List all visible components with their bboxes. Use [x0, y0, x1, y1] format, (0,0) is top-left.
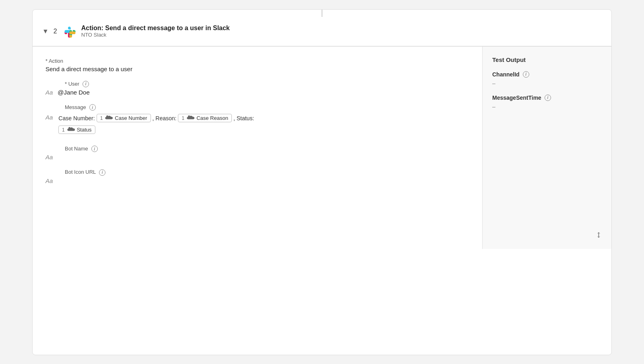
bot-icon-url-value-row: Aa	[45, 177, 469, 184]
status-token-label: Status	[77, 127, 92, 133]
bot-icon-url-field-section: Bot Icon URL i Aa	[45, 169, 469, 184]
main-panel: * Action Send a direct message to a user…	[33, 47, 483, 249]
bot-name-value-row: Aa	[45, 154, 469, 160]
message-sent-time-value: –	[492, 103, 602, 110]
case-reason-token[interactable]: 1 Case Reason	[178, 114, 231, 122]
channel-id-value: –	[492, 80, 602, 86]
channel-id-label: ChannelId	[492, 71, 520, 78]
message-sent-time-field: MessageSentTime i	[492, 95, 602, 101]
action-header: ▼ 2 Action: Send a direct message to a u…	[33, 17, 611, 46]
message-content: Case Number: 1 Case Number , Reason:	[58, 114, 254, 122]
bot-name-field-section: Bot Name i Aa	[45, 145, 469, 160]
case-number-token-num: 1	[100, 115, 103, 121]
channel-id-info-icon[interactable]: i	[523, 71, 529, 78]
status-token-num: 1	[62, 127, 65, 133]
action-field-section: * Action Send a direct message to a user	[45, 58, 469, 72]
bot-icon-url-info-icon[interactable]: i	[99, 169, 105, 176]
status-token[interactable]: 1 Status	[58, 125, 95, 134]
bot-icon-url-label: Bot Icon URL	[65, 169, 96, 175]
case-reason-token-label: Case Reason	[196, 115, 228, 121]
expand-icon[interactable]: ⤡	[593, 229, 604, 240]
message-aa-prefix: Aa	[45, 114, 53, 121]
message-reason-text: , Reason:	[153, 115, 177, 121]
salesforce-cloud-icon-2	[186, 115, 194, 121]
chevron-icon[interactable]: ▼	[42, 28, 49, 35]
action-value: Send a direct message to a user	[45, 66, 469, 72]
case-reason-token-num: 1	[182, 115, 184, 121]
salesforce-cloud-icon-1	[105, 115, 113, 121]
case-number-token[interactable]: 1 Case Number	[97, 114, 151, 122]
salesforce-cloud-icon-3	[67, 127, 75, 133]
action-title-block: Action: Send a direct message to a user …	[81, 25, 230, 38]
bot-name-label: Bot Name	[65, 146, 88, 152]
message-field-section: Message i Aa Case Number: 1 Case Numb	[45, 104, 469, 134]
message-sent-time-label: MessageSentTime	[492, 95, 541, 101]
step-number: 2	[54, 28, 57, 35]
slack-logo-icon	[62, 24, 76, 39]
content-area: * Action Send a direct message to a user…	[33, 46, 611, 249]
message-info-icon[interactable]: i	[89, 104, 96, 111]
message-status-text: , Status:	[233, 115, 254, 121]
bot-name-aa-prefix: Aa	[45, 154, 53, 160]
message-sent-time-info-icon[interactable]: i	[545, 95, 551, 101]
case-number-token-label: Case Number	[115, 115, 147, 121]
expand-button-container: ⤡	[492, 230, 602, 239]
action-title: Action: Send a direct message to a user …	[81, 25, 230, 32]
message-case-number-text: Case Number:	[58, 115, 95, 121]
user-value: @Jane Doe	[58, 89, 89, 96]
bot-name-info-icon[interactable]: i	[91, 146, 98, 152]
user-info-icon[interactable]: i	[83, 81, 89, 87]
action-subtitle: NTO Slack	[81, 32, 230, 38]
message-label: Message	[65, 104, 86, 110]
user-value-row: Aa @Jane Doe	[45, 89, 469, 96]
user-field-section: * User i Aa @Jane Doe	[45, 80, 469, 96]
test-output-title: Test Output	[492, 56, 602, 63]
channel-id-field: ChannelId i	[492, 71, 602, 78]
action-label: * Action	[45, 58, 469, 64]
message-row: Aa Case Number: 1 Case Number , Reason:	[45, 114, 469, 122]
bot-icon-url-aa-prefix: Aa	[45, 177, 53, 184]
outer-card: ▼ 2 Action: Send a direct message to a u…	[32, 9, 612, 355]
side-panel: Test Output ChannelId i – MessageSentTim…	[483, 47, 611, 249]
status-token-row: 1 Status	[58, 125, 469, 134]
top-divider	[322, 10, 322, 17]
user-aa-prefix: Aa	[45, 89, 53, 96]
user-label: * User	[65, 81, 79, 87]
